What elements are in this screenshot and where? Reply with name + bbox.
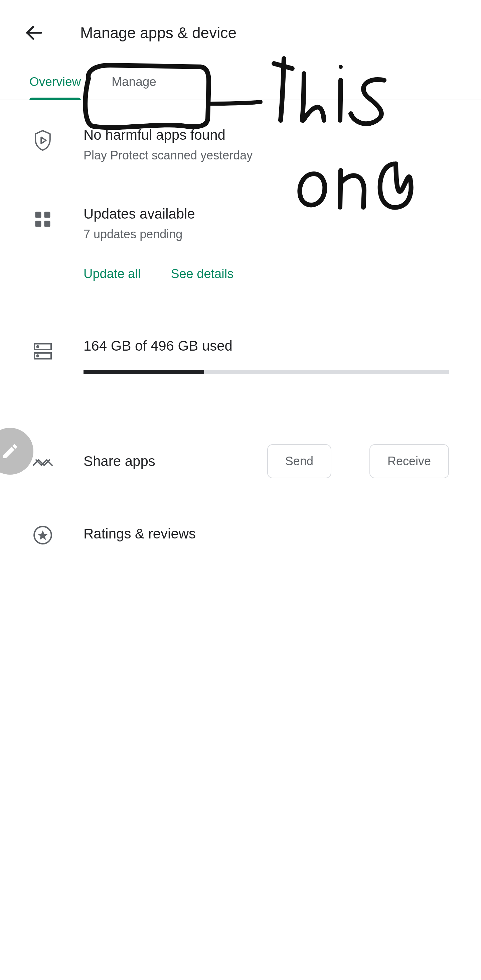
header: Manage apps & device: [0, 0, 481, 65]
storage-row[interactable]: 164 GB of 496 GB used: [32, 338, 449, 374]
share-apps-row: Share apps Send Receive: [32, 444, 449, 478]
share-icon: [32, 452, 54, 473]
arrow-back-icon: [24, 22, 44, 43]
see-details-button[interactable]: See details: [171, 267, 233, 281]
updates-title: Updates available: [84, 206, 449, 222]
content: No harmful apps found Play Protect scann…: [0, 100, 481, 546]
svg-marker-11: [38, 530, 48, 540]
tabs: Overview Manage: [0, 65, 481, 100]
ratings-reviews-row[interactable]: Ratings & reviews: [32, 522, 449, 546]
apps-grid-icon: [32, 208, 54, 230]
share-apps-title: Share apps: [84, 453, 229, 469]
send-button[interactable]: Send: [267, 444, 331, 478]
svg-point-9: [37, 355, 39, 356]
storage-progress-fill: [84, 370, 204, 374]
svg-rect-5: [44, 221, 51, 227]
play-protect-row[interactable]: No harmful apps found Play Protect scann…: [32, 127, 449, 162]
svg-rect-2: [35, 212, 41, 218]
ratings-reviews-title: Ratings & reviews: [84, 526, 196, 542]
storage-text: 164 GB of 496 GB used: [84, 338, 449, 354]
pencil-icon: [1, 442, 19, 461]
svg-point-8: [37, 346, 39, 348]
play-protect-title: No harmful apps found: [84, 127, 449, 143]
svg-rect-3: [44, 212, 51, 218]
update-all-button[interactable]: Update all: [84, 267, 141, 281]
page-title: Manage apps & device: [80, 24, 237, 42]
back-button[interactable]: [20, 19, 48, 47]
svg-marker-1: [41, 137, 46, 143]
receive-button[interactable]: Receive: [370, 444, 449, 478]
tab-manage[interactable]: Manage: [111, 65, 156, 100]
storage-icon: [32, 340, 54, 362]
play-protect-sub: Play Protect scanned yesterday: [84, 148, 449, 162]
svg-rect-4: [35, 221, 41, 227]
shield-icon: [32, 130, 54, 151]
updates-sub: 7 updates pending: [84, 227, 449, 241]
star-circle-icon: [32, 524, 54, 546]
tab-overview[interactable]: Overview: [29, 65, 81, 100]
storage-progress: [84, 370, 449, 374]
updates-row[interactable]: Updates available 7 updates pending Upda…: [32, 206, 449, 281]
